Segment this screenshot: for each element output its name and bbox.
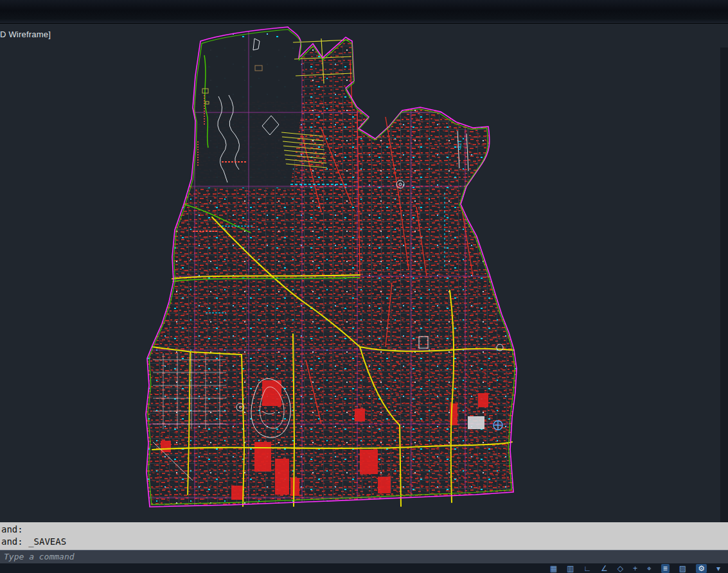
ortho-mode-icon[interactable]: ∟	[583, 564, 591, 573]
grid-display-icon[interactable]: ▦	[550, 564, 557, 573]
water-area	[192, 39, 302, 188]
drawing-area[interactable]: 17th D Wireframe]	[0, 24, 728, 522]
lineweight-display-icon[interactable]: ≡	[661, 564, 670, 573]
isometric-drafting-icon[interactable]: ◇	[617, 564, 623, 573]
building-texture	[145, 26, 520, 511]
map-street-label: 17th	[457, 140, 463, 150]
polar-tracking-icon[interactable]: ∠	[601, 564, 608, 573]
viewport-controls-label[interactable]: D Wireframe]	[0, 30, 51, 39]
transparency-icon[interactable]: ▨	[679, 564, 686, 573]
title-bar	[0, 0, 728, 24]
command-history-line: and:	[1, 524, 728, 536]
object-snap-icon[interactable]: ⌖	[647, 564, 652, 573]
drawing-canvas[interactable]: 17th	[0, 24, 728, 522]
customization-icon[interactable]: ▾	[716, 564, 720, 573]
command-input[interactable]: Type a command	[0, 550, 728, 563]
autocad-window: 17th D Wireframe] and: and: _SAVEAS Type…	[0, 0, 728, 573]
object-snap-tracking-icon[interactable]: +	[633, 564, 637, 573]
command-history[interactable]: and: and: _SAVEAS	[0, 522, 728, 550]
workspace-switching-icon[interactable]: ⚙	[696, 564, 707, 573]
command-history-line: and: _SAVEAS	[1, 536, 728, 548]
globe-symbol	[493, 421, 502, 430]
canvas-right-edge	[720, 48, 728, 546]
status-bar: ▦ ▥ ∟ ∠ ◇ + ⌖ ≡ ▨ ⚙ ▾	[0, 563, 728, 573]
snap-mode-icon[interactable]: ▥	[567, 564, 574, 573]
